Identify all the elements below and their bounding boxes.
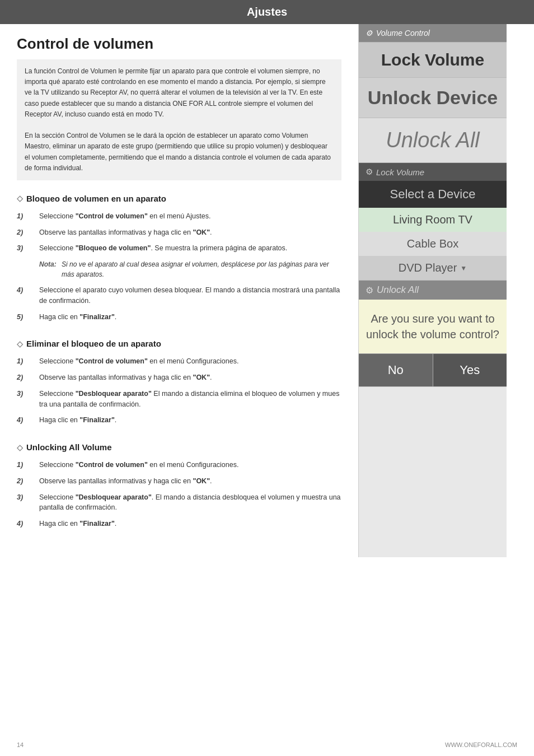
list-item: 4) Haga clic en "Finalizar". [17, 415, 341, 426]
list-item: 3) Seleccione "Desbloquear aparato". El … [17, 492, 341, 514]
subsection3-title: ◇ Unlocking All Volume [17, 442, 341, 452]
intro-paragraph-2: En la sección Control de Volumen se le d… [25, 130, 334, 174]
lock-volume-menu-label: Lock Volume [376, 167, 424, 177]
page-title: Ajustes [0, 6, 534, 18]
diamond-icon-3: ◇ [17, 443, 23, 452]
list-item: 3) Seleccione "Desbloquear aparato" El m… [17, 389, 341, 410]
list-item: 3) Seleccione "Bloqueo de volumen". Se m… [17, 243, 341, 254]
right-sidebar: ⚙ Volume Control Lock Volume Unlock Devi… [358, 24, 507, 557]
section-title: Control de volumen [17, 35, 341, 53]
list-item: 1) Seleccione "Control de volumen" en el… [17, 356, 341, 367]
dvd-player-row[interactable]: DVD Player ▼ [359, 256, 507, 280]
intro-paragraph-1: La función Control de Volumen le permite… [25, 66, 334, 120]
list-item-nota: Nota: Si no ve el aparato al cual desea … [17, 259, 341, 279]
subsection2-steps: 1) Seleccione "Control de volumen" en el… [17, 356, 341, 426]
list-item: 2) Observe las pantallas informativas y … [17, 372, 341, 383]
website-url: WWW.ONEFORALL.COM [445, 741, 517, 748]
list-item: 1) Seleccione "Control de volumen" en el… [17, 460, 341, 470]
cable-box-row[interactable]: Cable Box [359, 232, 507, 256]
gear-icon-vc: ⚙ [366, 29, 373, 38]
list-item: 2) Observe las pantallas informativas y … [17, 476, 341, 487]
diamond-icon-2: ◇ [17, 339, 23, 348]
select-device-row[interactable]: Select a Device [359, 181, 507, 208]
unlock-all-display: Unlock All [359, 118, 507, 163]
intro-box: La función Control de Volumen le permite… [17, 59, 341, 180]
no-button[interactable]: No [359, 354, 433, 386]
unlock-all-menu-bar: ⚙ Unlock All [359, 281, 507, 300]
confirmation-text-box: Are you sure you want to unlock the volu… [359, 300, 507, 353]
page-footer: 14 WWW.ONEFORALL.COM [17, 741, 517, 748]
gear-icon-lv: ⚙ [366, 167, 373, 177]
page-number: 14 [17, 741, 24, 748]
subsection1-title: ◇ Bloqueo de volumen en un aparato [17, 194, 341, 203]
list-item: 1) Seleccione "Control de volumen" en el… [17, 211, 341, 222]
confirm-buttons: No Yes [359, 353, 507, 386]
unlock-all-menu-label: Unlock All [377, 284, 419, 296]
list-item: 4) Haga clic en "Finalizar". [17, 519, 341, 529]
subsection2-title: ◇ Eliminar el bloqueo de un aparato [17, 339, 341, 348]
lock-volume-display: Lock Volume [359, 43, 507, 78]
lock-volume-menu-section: ⚙ Lock Volume Select a Device Living Roo… [359, 163, 507, 281]
main-layout: Control de volumen La función Control de… [0, 24, 534, 557]
subsection3-steps: 1) Seleccione "Control de volumen" en el… [17, 460, 341, 529]
page-header: Ajustes [0, 0, 534, 24]
unlock-all-menu-section: ⚙ Unlock All Are you sure you want to un… [359, 281, 507, 387]
list-item: 2) Observe las pantallas informativas y … [17, 227, 341, 238]
scroll-down-icon: ▼ [460, 264, 467, 272]
subsection1-steps: 1) Seleccione "Control de volumen" en el… [17, 211, 341, 323]
yes-button[interactable]: Yes [433, 354, 507, 386]
list-item: 5) Haga clic en "Finalizar". [17, 312, 341, 323]
vc-label: Volume Control [376, 29, 430, 38]
vc-header-bar: ⚙ Volume Control [359, 24, 507, 42]
sidebar-vc-header-section: ⚙ Volume Control [359, 24, 507, 43]
gear-icon-ua: ⚙ [366, 285, 373, 296]
left-content: Control de volumen La función Control de… [0, 24, 358, 557]
living-room-tv-row[interactable]: Living Room TV [359, 208, 507, 232]
lock-volume-menu-bar: ⚙ Lock Volume [359, 163, 507, 181]
list-item: 4) Seleccione el aparato cuyo volumen de… [17, 285, 341, 306]
diamond-icon-1: ◇ [17, 194, 23, 203]
unlock-device-display: Unlock Device [359, 78, 507, 118]
